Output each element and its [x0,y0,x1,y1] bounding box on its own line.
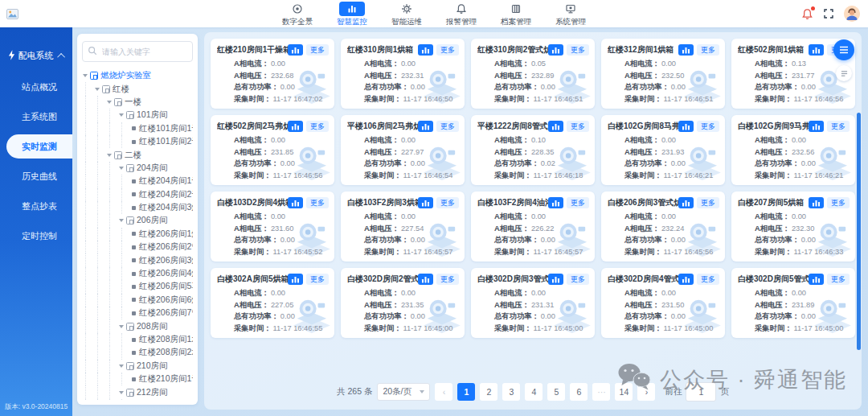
more-button[interactable]: 更多 [827,274,850,285]
page-ellipsis[interactable]: ··· [592,383,610,401]
more-button[interactable]: 更多 [306,274,329,285]
more-button[interactable]: 更多 [436,121,459,132]
chart-button[interactable] [548,121,563,132]
tree-node[interactable]: 一楼 [82,96,193,109]
more-button[interactable]: 更多 [306,197,329,208]
collapse-fab-button[interactable] [836,65,852,81]
sidebar-item-2[interactable]: 主系统图 [6,105,72,129]
sidebar-item-3[interactable]: 实时监测 [6,134,72,159]
more-button[interactable]: 更多 [567,197,589,208]
chart-button[interactable] [678,197,694,208]
more-button[interactable]: 更多 [827,121,850,132]
tree-node[interactable]: 204房间 [82,162,193,175]
caret-down-icon[interactable] [119,365,124,368]
chart-button[interactable] [548,197,563,208]
tree-node[interactable]: 206房间 [82,214,193,227]
more-button[interactable]: 更多 [306,44,329,56]
sidebar-item-6[interactable]: 定时控制 [6,224,72,248]
tree-node[interactable]: 红楼206房间3烘箱 [82,253,193,266]
chart-button[interactable] [809,121,824,132]
tree-node[interactable]: 红楼204房间1干燥箱 [82,175,193,187]
tree-node[interactable]: 二楼 [82,148,193,161]
fullscreen-icon[interactable] [823,8,834,19]
tree-node[interactable]: 208房间 [82,319,193,332]
more-button[interactable]: 更多 [436,197,459,208]
tree-node[interactable]: 红楼206房间5马弗炉 [82,280,193,293]
chart-button[interactable] [288,274,303,285]
nav-item-4[interactable]: 报警管理 [440,0,483,27]
chart-button[interactable] [809,44,824,56]
tree-node[interactable]: 101房间 [82,109,193,122]
tree-node[interactable]: 红楼206房间1烘箱 [82,228,193,241]
more-button[interactable]: 更多 [827,197,850,208]
tree-node[interactable]: 红楼204房间2干燥箱 [82,188,193,201]
caret-down-icon[interactable] [107,101,112,104]
chart-button[interactable] [548,274,563,285]
more-button[interactable]: 更多 [306,121,329,132]
tree-node[interactable]: 红楼206房间2管式炉 [82,241,193,253]
page-button-3[interactable]: 3 [502,383,520,401]
page-button-1[interactable]: 1 [457,383,475,401]
tree-search-input[interactable] [100,47,187,57]
caret-down-icon[interactable] [107,154,112,157]
chart-button[interactable] [418,197,433,208]
caret-down-icon[interactable] [119,391,124,394]
nav-item-6[interactable]: 系统管理 [549,0,592,27]
tree-node[interactable]: 红楼204房间3烘箱 [82,201,193,214]
more-button[interactable]: 更多 [697,274,719,285]
scrollbar-thumb[interactable] [857,113,861,350]
page-size-select[interactable]: 20条/页 [377,383,430,401]
tree-node[interactable]: 红楼101房间1干燥箱 [82,122,193,135]
tree-node[interactable]: 燃烧炉实验室 [82,69,193,82]
chart-button[interactable] [418,274,433,285]
caret-down-icon[interactable] [83,74,88,77]
caret-down-icon[interactable] [119,325,124,328]
more-button[interactable]: 更多 [436,44,459,56]
caret-down-icon[interactable] [95,88,100,91]
nav-item-5[interactable]: 档案管理 [494,0,538,27]
chart-button[interactable] [288,197,303,208]
nav-item-3[interactable]: 智能运维 [385,0,428,27]
nav-item-2[interactable]: 智慧监控 [330,0,374,27]
page-button-4[interactable]: 4 [525,383,542,401]
chart-button[interactable] [288,121,303,132]
chart-button[interactable] [678,274,694,285]
nav-item-1[interactable]: 数字全景 [276,0,319,27]
tree-node[interactable]: 红楼206房间4烘箱 [82,267,193,280]
more-button[interactable]: 更多 [697,197,719,208]
tree-node[interactable]: 红楼208房间2水浴锅 [82,346,193,359]
chart-button[interactable] [678,44,694,56]
tree-node[interactable]: 红楼208房间1水浴锅 [82,333,193,346]
page-button-2[interactable]: 2 [480,383,497,401]
more-button[interactable]: 更多 [567,44,589,56]
sidebar-item-4[interactable]: 历史曲线 [6,164,72,188]
tree-node[interactable]: 红楼 [82,82,193,95]
tree-node[interactable]: 红楼206房间6烘箱 [82,294,193,307]
tree-node[interactable]: 红楼210房间1干燥箱 [82,373,193,385]
chart-button[interactable] [288,44,303,56]
more-button[interactable]: 更多 [697,121,719,132]
chart-button[interactable] [809,274,824,285]
sidebar-item-5[interactable]: 整点抄表 [6,194,72,218]
chart-button[interactable] [418,121,433,132]
tree-node[interactable]: 210房间 [82,360,193,373]
more-button[interactable]: 更多 [697,44,719,56]
chart-button[interactable] [809,197,824,208]
page-button-6[interactable]: 6 [570,383,588,401]
tree-node[interactable]: 红楼101房间2干燥箱 [82,135,193,148]
chart-button[interactable] [678,121,694,132]
caret-down-icon[interactable] [119,113,124,117]
caret-down-icon[interactable] [119,219,124,222]
more-button[interactable]: 更多 [567,121,589,132]
chart-button[interactable] [418,44,433,56]
card-list-fab-button[interactable] [833,39,854,60]
more-button[interactable]: 更多 [436,274,459,285]
page-button-5[interactable]: 5 [547,383,565,401]
tree-node[interactable]: 红楼206房间7管式炉 [82,307,193,319]
user-avatar[interactable] [844,6,860,22]
caret-down-icon[interactable] [119,167,124,170]
prev-page-button[interactable]: ‹ [435,383,452,401]
notification-bell-icon[interactable] [801,8,813,20]
tree-node[interactable]: 红楼212房间1水浴锅 [82,399,193,400]
more-button[interactable]: 更多 [567,274,589,285]
